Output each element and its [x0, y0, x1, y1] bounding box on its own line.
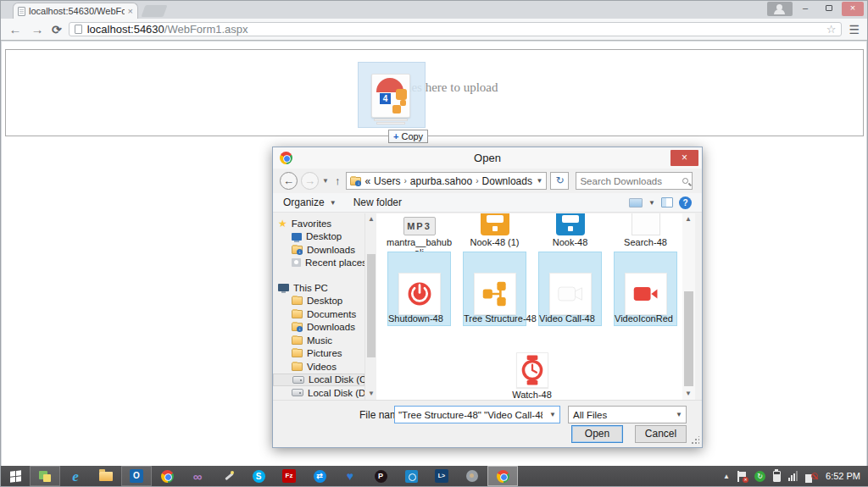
dialog-close-button[interactable]: × [670, 150, 698, 166]
nav-forward-button[interactable]: → [301, 172, 319, 190]
sidebar-item-music[interactable]: Music [273, 334, 364, 347]
scroll-down-icon[interactable]: ▼ [365, 388, 377, 400]
file-item-nook48-1[interactable]: Nook-48 (1) [457, 213, 532, 247]
volume-muted-icon[interactable] [805, 471, 818, 482]
sidebar-item-downloads[interactable]: Downloads [273, 243, 364, 257]
taskbar-chrome[interactable] [152, 466, 182, 486]
file-item-videoiconred[interactable]: VideoIconRed [614, 252, 677, 326]
file-item-shutdown48[interactable]: Shutdown-48 [387, 252, 451, 326]
taskbar-p-app[interactable]: P [365, 466, 396, 486]
file-item-video-call48[interactable]: Video Call-48 [538, 252, 602, 326]
resize-grip-icon[interactable] [691, 436, 699, 445]
breadcrumb-prefix: « [364, 175, 370, 187]
action-center-icon[interactable]: ✕ [737, 471, 747, 482]
back-icon[interactable]: ← [8, 22, 23, 36]
upload-dropzone[interactable]: Drop files here to upload [5, 49, 864, 136]
dialog-titlebar[interactable]: Open [273, 147, 702, 169]
views-chevron-icon[interactable]: ▼ [648, 199, 655, 207]
tab-close-icon[interactable]: × [128, 6, 133, 16]
nav-back-button[interactable]: ← [280, 172, 298, 190]
scroll-up-icon[interactable]: ▲ [682, 213, 694, 225]
file-item-nook48[interactable]: Nook-48 [532, 213, 608, 247]
sidebar-item-videos[interactable]: Videos [273, 360, 364, 374]
taskbar-teamviewer[interactable]: ⇄ [304, 466, 335, 486]
open-button[interactable]: Open [571, 425, 623, 443]
nav-history-chevron-icon[interactable]: ▼ [322, 177, 329, 185]
search-box[interactable] [576, 172, 693, 190]
file-item-watch48[interactable]: Watch-48 [500, 352, 564, 400]
start-button[interactable] [1, 466, 30, 486]
sidebar-item-documents[interactable]: Documents [273, 307, 364, 321]
address-bar[interactable]: localhost:54630/WebForm1.aspx ☆ [69, 22, 843, 36]
sidebar-item-local-disk-c[interactable]: Local Disk (C:) [273, 374, 364, 387]
sidebar-group-favorites[interactable]: ★Favorites [273, 217, 364, 230]
taskbar-linqpad[interactable]: L> [426, 466, 457, 486]
taskbar-internet-explorer[interactable]: e [60, 466, 91, 486]
scrollbar-thumb[interactable] [684, 291, 693, 386]
sidebar-scrollbar[interactable]: ▲ ▼ [364, 213, 376, 400]
tray-expand-icon[interactable]: ▲ [723, 473, 730, 480]
sidebar-item-desktop-pc[interactable]: Desktop [273, 295, 364, 308]
maximize-button[interactable] [818, 2, 840, 16]
browser-tab[interactable]: localhost:54630/WebForm × [13, 3, 138, 19]
organize-button[interactable]: Organize [283, 196, 325, 208]
breadcrumb-users[interactable]: Users [374, 175, 400, 187]
taskbar-settings-app[interactable] [396, 466, 426, 486]
help-icon[interactable]: ? [679, 196, 692, 209]
sidebar-item-recent-places[interactable]: Recent places [273, 257, 364, 270]
sidebar-item-downloads-pc[interactable]: Downloads [273, 321, 364, 335]
filename-input[interactable] [395, 410, 546, 420]
breadcrumb[interactable]: « Users › apurba.sahoo › Downloads ▼ [346, 172, 547, 190]
taskbar-dim-app[interactable] [457, 466, 487, 486]
sidebar-item-pictures[interactable]: Pictures [273, 347, 364, 361]
battery-icon[interactable] [773, 471, 781, 482]
taskbar-blue-app[interactable]: ♥ [335, 466, 365, 486]
taskbar-file-explorer[interactable] [91, 466, 121, 486]
taskbar-chrome-active[interactable] [487, 466, 518, 486]
search-input[interactable] [580, 176, 682, 186]
scrollbar-thumb[interactable] [367, 254, 376, 357]
minimize-button[interactable]: – [794, 2, 816, 16]
dialog-refresh-button[interactable]: ↻ [550, 172, 569, 190]
cancel-button[interactable]: Cancel [635, 425, 687, 443]
views-icon[interactable] [629, 198, 643, 208]
new-tab-button[interactable] [141, 5, 167, 17]
taskbar-snipping-tool[interactable] [213, 466, 243, 486]
filename-dropdown-icon[interactable]: ▼ [546, 411, 559, 418]
update-tray-icon[interactable]: ↻ [754, 471, 765, 482]
network-signal-icon[interactable] [788, 471, 798, 481]
forward-icon[interactable]: → [30, 22, 45, 36]
taskbar-visual-studio[interactable]: ∞ [182, 466, 213, 486]
menu-icon[interactable]: ☰ [849, 23, 860, 36]
filetype-select[interactable]: All Files ▼ [568, 406, 687, 423]
bookmark-star-icon[interactable]: ☆ [826, 23, 837, 36]
filelist-scrollbar[interactable]: ▲ ▼ [682, 213, 695, 400]
file-item-search48[interactable]: Search-48 [608, 213, 682, 247]
sidebar-item-label: Desktop [306, 231, 342, 241]
file-list[interactable]: MP3 mantra__bahubali Nook-48 (1) Nook-48… [376, 213, 682, 400]
scroll-up-icon[interactable]: ▲ [365, 213, 377, 225]
folder-icon [292, 336, 303, 345]
refresh-icon[interactable]: ⟳ [52, 23, 62, 36]
clock[interactable]: 6:52 PM [826, 471, 860, 481]
filename-combobox[interactable]: ▼ [394, 406, 560, 423]
file-item-tree-structure48[interactable]: Tree Structure-48 [463, 252, 526, 326]
breadcrumb-downloads[interactable]: Downloads [482, 175, 532, 187]
sidebar-group-thispc[interactable]: This PC [273, 281, 364, 295]
scroll-down-icon[interactable]: ▼ [682, 388, 694, 400]
preview-pane-icon[interactable] [661, 197, 673, 208]
breadcrumb-chevron-icon[interactable]: ▼ [537, 177, 543, 185]
profile-icon[interactable] [767, 2, 793, 16]
taskbar-skype[interactable]: S [243, 466, 274, 486]
breadcrumb-user[interactable]: apurba.sahoo [410, 175, 472, 187]
taskbar-outlook[interactable]: O [121, 466, 152, 486]
close-button[interactable]: × [842, 2, 864, 16]
nav-up-button[interactable]: ↑ [332, 174, 343, 187]
filetype-dropdown-icon[interactable]: ▼ [672, 411, 686, 418]
taskbar-filezilla[interactable]: Fz [274, 466, 304, 486]
taskbar-sticky-notes[interactable] [30, 466, 60, 486]
new-folder-button[interactable]: New folder [353, 196, 402, 208]
sidebar-item-desktop[interactable]: Desktop [273, 230, 364, 244]
tree-structure-icon [474, 273, 516, 315]
sidebar-item-local-disk-d[interactable]: Local Disk (D:) [273, 386, 364, 400]
